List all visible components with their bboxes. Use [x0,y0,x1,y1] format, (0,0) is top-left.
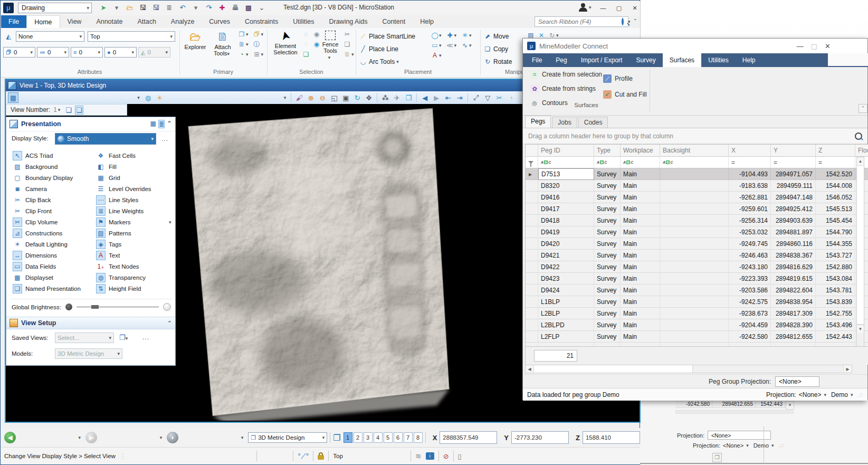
references-icon[interactable]: 🗎 [237,40,246,49]
filter-cell-workplace[interactable]: ABC [621,157,660,168]
filter-cell-x[interactable]: = [729,157,771,168]
toggle-height-field[interactable]: ⇅Height Field [96,283,141,294]
copy-view-icon[interactable]: ❏ [65,106,72,114]
copy-clip-icon[interactable]: ❏ [343,40,351,49]
peg-row-d9424[interactable]: D9424SurveyMain-9203.5862894822.6041543.… [526,284,868,296]
apply-view-tool-icon[interactable]: ⇥ [454,92,465,103]
mm-menu-surfaces[interactable]: Surfaces [663,53,701,67]
peg-row-d9423[interactable]: D9423SurveyMain-9223.3932894819.6151543.… [526,273,868,284]
peg-row-d9418[interactable]: D9418SurveyMain-9256.3142894903.6391545.… [526,215,868,226]
view-button-2[interactable]: 2 [354,432,363,443]
saved-views-more-button[interactable]: ... [142,334,149,341]
filter-cell-type[interactable]: ABC [594,157,621,168]
levels-icon[interactable]: 🗇 [253,30,261,39]
row-header[interactable] [526,180,538,192]
pan-view-icon[interactable]: ✥ [364,92,374,103]
tab-drawing-aids[interactable]: Drawing Aids [321,15,375,28]
docked-projection-caret-icon[interactable] [746,443,751,448]
presentation-sphere-icon[interactable]: ◍ [143,92,154,103]
toggle-line-styles[interactable]: ⋯Line Styles [96,194,138,205]
explorer-button[interactable]: 🗁 Explorer [183,30,208,50]
docked-group-value[interactable]: Demo [753,442,769,449]
docked-projection-combo[interactable]: <None> [708,431,771,440]
row-header[interactable] [526,250,538,261]
toggle-clip-front[interactable]: ✂Clip Front [13,205,52,216]
filter-cell-backsight[interactable]: ABC [660,157,729,168]
coord-x-input[interactable] [440,431,497,444]
minimize-button[interactable]: — [596,3,610,13]
collapse-ribbon-icon[interactable]: ⌃ [632,17,639,25]
mm-resize-grip[interactable]: .:: [857,392,863,397]
toggle-dimensions[interactable]: ↔Dimensions [13,250,57,261]
filter-cell-y[interactable]: = [771,157,816,168]
mm-hscrollbar[interactable]: ◀ ▶ [525,365,852,373]
apply-view-icon[interactable]: ❏ [75,106,83,115]
expand-view-icon[interactable]: ⤢ [471,92,481,103]
open-folder-icon[interactable]: 🗁 [125,3,135,12]
column-header-z[interactable]: Z [816,145,855,157]
close-button[interactable]: ✕ [628,3,642,13]
view-orientation-status[interactable]: Top [333,453,343,459]
mm-tab-jobs[interactable]: Jobs [552,117,577,128]
attribute-combo-0[interactable]: 🗇0 [3,47,35,58]
mm-peg-group-caret-icon[interactable] [851,392,855,397]
column-header-backsight[interactable]: Backsight [660,145,729,157]
navigate-icon[interactable]: ❐ [403,92,414,103]
text-tool-icon[interactable]: A [431,51,439,60]
forward-button[interactable]: ▶ [85,432,97,443]
history-icon[interactable]: ≋ [415,452,422,460]
toggle-clip-volume[interactable]: ✂Clip Volume [13,216,58,227]
row-header[interactable] [526,226,538,238]
tab-home[interactable]: Home [26,15,60,28]
window-area-icon[interactable]: ◱ [329,92,339,103]
element-template-combo[interactable]: None [16,31,84,42]
save-settings-icon[interactable]: 🖫 [151,3,161,12]
toggle-text-nodes[interactable]: 1₊Text Nodes [96,261,139,272]
redo-icon[interactable]: ↷ [204,3,214,12]
undo-icon[interactable]: ↶ [178,3,187,12]
snap-mode-icon[interactable]: °⟋° [298,452,309,461]
view-button-3[interactable]: 3 [364,432,373,443]
row-header[interactable] [526,296,538,308]
view-orientation-combo[interactable]: Top [88,31,175,42]
mm-menu-file[interactable]: File [525,53,549,67]
no-fence-icon[interactable]: ⊘ [443,452,449,460]
search-icon[interactable] [622,18,624,25]
toggle-camera[interactable]: ◙Camera [13,183,47,194]
update-view-icon[interactable]: 🖌 [294,92,304,103]
rotate-view-icon[interactable]: ↻ [352,92,363,103]
mm-minimize-button[interactable]: — [797,42,804,50]
toggle-markers[interactable]: ⚑Markers [96,216,131,227]
saved-views-window-icon[interactable]: ❐ [119,334,130,341]
toggle-level-overrides[interactable]: ☰Level Overrides [96,183,151,194]
filter-cell-peg-id[interactable]: ABC [538,157,594,168]
ribbon-search-input[interactable] [535,18,622,25]
view-more-icon[interactable]: ◔ [505,92,516,103]
mm-tool-create-from-selection[interactable]: ⌗Create from selection [530,70,602,79]
place-smartline-button[interactable]: ⟋ Place SmartLine [359,32,415,41]
account-button[interactable] [579,3,594,12]
grid-view-icon[interactable]: ▦ [150,120,156,128]
workflow-combo[interactable]: Drawing [18,3,92,13]
toggle-clip-back[interactable]: ✂Clip Back [13,194,51,205]
collapse-section-icon[interactable]: ⌃ [167,120,172,128]
tab-curves[interactable]: Curves [202,15,237,28]
column-header-y[interactable]: Y [771,145,816,157]
copy-set-icon[interactable]: ❏ [302,50,310,59]
display-style-icon[interactable]: ▦ [8,92,18,103]
row-header[interactable] [526,238,538,250]
minemodeller-titlebar[interactable]: μ MineModeller Connect — ▢ ✕ [523,39,867,53]
view-setup-collapse-icon[interactable]: ⌃ [167,320,172,327]
attribute-combo-2[interactable]: ≡0 [71,47,103,58]
tab-annotate[interactable]: Annotate [89,15,130,28]
select-circle-icon[interactable]: ◌ [302,30,310,39]
peg-table-vscrollbar[interactable]: ▲ ▼ [856,157,864,347]
peg-row-l2blpd[interactable]: L2BLPDSurveyMain-9204.4592894828.3901543… [526,319,868,331]
cut-icon[interactable]: ✂ [343,30,351,39]
row-header[interactable] [526,273,538,284]
tab-file[interactable]: File [1,15,26,28]
row-header[interactable]: ▸ [526,168,538,180]
filter-cell-z[interactable]: = [816,157,855,168]
paste-icon[interactable]: 🗎 [343,50,351,59]
rotate-button[interactable]: ↻ Rotate [483,58,512,66]
